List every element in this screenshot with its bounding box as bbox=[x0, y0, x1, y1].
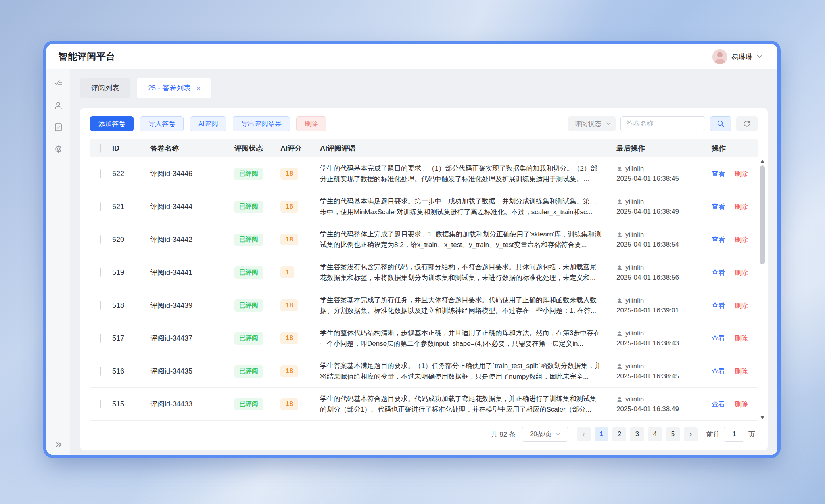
row-time: 2025-04-01 16:38:43 bbox=[616, 339, 712, 347]
document-check-icon[interactable] bbox=[54, 123, 63, 132]
page-button-4[interactable]: 4 bbox=[648, 427, 662, 441]
prev-page-button[interactable]: ‹ bbox=[577, 427, 591, 441]
tab-label: 评阅列表 bbox=[91, 78, 119, 98]
search-button[interactable] bbox=[710, 116, 731, 131]
delete-link[interactable]: 删除 bbox=[735, 235, 748, 244]
row-operator: yilinlin bbox=[625, 362, 644, 370]
table-row: 521 评阅id-34444 已评阅 15 学生的代码基本满足题目要求。第一步中… bbox=[90, 190, 758, 223]
operator-user-icon bbox=[616, 232, 623, 238]
ai-review-button[interactable]: AI评阅 bbox=[190, 116, 226, 131]
view-link[interactable]: 查看 bbox=[712, 169, 725, 178]
row-checkbox[interactable] bbox=[100, 169, 101, 178]
table-scrollbar[interactable] bbox=[760, 160, 765, 419]
table-row: 518 评阅id-34439 已评阅 18 学生答案基本完成了所有任务，并且大体… bbox=[90, 289, 758, 322]
row-id: 518 bbox=[112, 301, 150, 310]
row-checkbox[interactable] bbox=[100, 202, 101, 211]
operator-user-icon bbox=[616, 264, 623, 271]
refresh-button[interactable] bbox=[736, 116, 758, 131]
row-comment: 学生的代码基本满足题目要求。第一步中，成功加载了数据，并划分成训练集和测试集。第… bbox=[320, 196, 616, 217]
review-checklist-icon[interactable] bbox=[54, 79, 63, 88]
scroll-down-arrow-icon[interactable] bbox=[760, 416, 764, 419]
delete-link[interactable]: 删除 bbox=[735, 334, 748, 343]
user-menu[interactable]: 易琳琳 bbox=[712, 49, 762, 64]
col-header-score: AI评分 bbox=[280, 144, 320, 153]
select-all-checkbox[interactable] bbox=[100, 144, 101, 153]
page-button-1[interactable]: 1 bbox=[595, 427, 608, 441]
delete-link[interactable]: 删除 bbox=[735, 268, 748, 277]
col-header-actions: 操作 bbox=[712, 144, 758, 153]
view-link[interactable]: 查看 bbox=[712, 367, 725, 376]
tab-label: 25 - 答卷列表 bbox=[148, 78, 191, 98]
row-operator: yilinlin bbox=[625, 330, 644, 337]
row-operator: yilinlin bbox=[625, 297, 644, 305]
delete-button[interactable]: 删除 bbox=[296, 116, 326, 131]
view-link[interactable]: 查看 bbox=[712, 268, 725, 277]
page-buttons: 12345 bbox=[595, 427, 680, 441]
tab-bar: 评阅列表 25 - 答卷列表 × bbox=[80, 78, 768, 98]
page-size-select[interactable]: 20条/页 bbox=[522, 427, 568, 442]
page-button-5[interactable]: 5 bbox=[666, 427, 680, 441]
next-page-button[interactable]: › bbox=[684, 427, 698, 441]
status-badge: 已评阅 bbox=[234, 332, 263, 345]
page-size-label: 20条/页 bbox=[530, 430, 551, 439]
row-name: 评阅id-34439 bbox=[150, 301, 234, 310]
page-button-3[interactable]: 3 bbox=[630, 427, 644, 441]
row-name: 评阅id-34444 bbox=[150, 202, 234, 211]
view-link[interactable]: 查看 bbox=[712, 400, 725, 409]
tab-close-icon[interactable]: × bbox=[196, 85, 200, 92]
tab-answer-list[interactable]: 25 - 答卷列表 × bbox=[137, 78, 211, 98]
scroll-up-arrow-icon[interactable] bbox=[760, 160, 764, 163]
operator-user-icon bbox=[616, 363, 623, 370]
tab-review-list[interactable]: 评阅列表 bbox=[80, 78, 130, 98]
row-name: 评阅id-34446 bbox=[150, 169, 234, 178]
goto-unit: 页 bbox=[748, 430, 755, 439]
avatar[interactable] bbox=[712, 49, 727, 64]
page-button-2[interactable]: 2 bbox=[612, 427, 626, 441]
row-checkbox[interactable] bbox=[100, 301, 101, 310]
row-comment: 学生答案没有包含完整的代码，仅有部分结构，不符合题目要求。具体问题包括：未加载鸢… bbox=[320, 262, 616, 283]
content-card: 添加答卷 导入答卷 AI评阅 导出评阅结果 删除 评阅状态 bbox=[80, 108, 768, 450]
delete-link[interactable]: 删除 bbox=[735, 202, 748, 211]
delete-link[interactable]: 删除 bbox=[735, 169, 748, 178]
row-comment: 学生的代码基本符合题目要求。代码成功加载了鸢尾花数据集，并正确进行了训练集和测试… bbox=[320, 393, 616, 415]
row-checkbox[interactable] bbox=[100, 235, 101, 244]
settings-gear-icon[interactable] bbox=[54, 144, 63, 154]
goto-page-input[interactable] bbox=[724, 427, 744, 442]
row-operator: yilinlin bbox=[625, 264, 644, 272]
score-badge: 15 bbox=[280, 201, 298, 213]
sidebar-expand-icon[interactable] bbox=[55, 441, 62, 448]
review-status-select[interactable]: 评阅状态 bbox=[568, 116, 616, 131]
scrollbar-thumb[interactable] bbox=[760, 165, 765, 264]
score-badge: 18 bbox=[280, 234, 298, 245]
row-name: 评阅id-34435 bbox=[150, 366, 234, 376]
row-checkbox[interactable] bbox=[100, 268, 101, 277]
status-badge: 已评阅 bbox=[234, 234, 263, 246]
row-checkbox[interactable] bbox=[100, 334, 101, 343]
answer-name-input[interactable] bbox=[620, 116, 705, 131]
delete-link[interactable]: 删除 bbox=[735, 400, 748, 409]
operator-user-icon bbox=[616, 166, 623, 172]
table-row: 522 评阅id-34446 已评阅 18 学生的代码基本完成了题目的要求。（1… bbox=[90, 157, 758, 190]
add-answer-button[interactable]: 添加答卷 bbox=[90, 116, 134, 131]
view-link[interactable]: 查看 bbox=[712, 334, 725, 343]
delete-link[interactable]: 删除 bbox=[735, 367, 748, 376]
col-header-id: ID bbox=[112, 144, 150, 153]
status-badge: 已评阅 bbox=[234, 299, 263, 312]
user-icon[interactable] bbox=[54, 101, 63, 110]
row-checkbox[interactable] bbox=[100, 400, 101, 408]
chevron-down-icon bbox=[757, 55, 762, 58]
view-link[interactable]: 查看 bbox=[712, 301, 725, 310]
row-comment: 学生的代码整体上完成了题目要求。1. 数据集的加载和划分正确使用了'sklear… bbox=[320, 229, 616, 250]
pagination-bar: 共 92 条 20条/页 ‹ 12345 › 前往 页 bbox=[80, 422, 768, 450]
view-link[interactable]: 查看 bbox=[712, 235, 725, 244]
row-operator: yilinlin bbox=[625, 165, 644, 173]
delete-link[interactable]: 删除 bbox=[735, 301, 748, 310]
export-results-button[interactable]: 导出评阅结果 bbox=[233, 116, 290, 131]
import-answer-button[interactable]: 导入答卷 bbox=[140, 116, 184, 131]
pager: ‹ 12345 › bbox=[577, 427, 698, 441]
score-badge: 18 bbox=[280, 365, 298, 377]
row-checkbox[interactable] bbox=[100, 367, 101, 376]
row-id: 521 bbox=[112, 203, 150, 211]
view-link[interactable]: 查看 bbox=[712, 202, 725, 211]
row-id: 520 bbox=[112, 236, 150, 244]
